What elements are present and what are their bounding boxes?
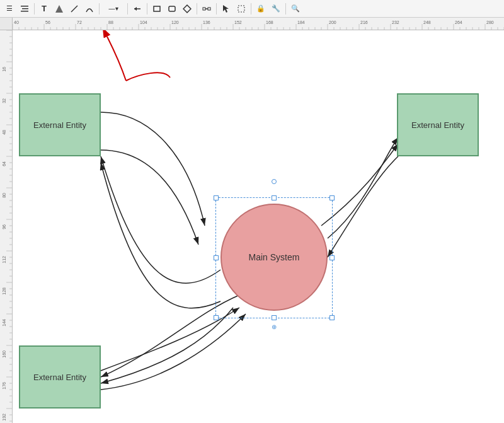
external-entity-top-left[interactable]: External Entity — [19, 93, 101, 156]
svg-text:160: 160 — [2, 351, 6, 358]
resize-anchor[interactable]: ⊕ — [272, 323, 277, 330]
red-annotation-arrow — [57, 30, 183, 87]
external-entity-top-right[interactable]: External Entity — [397, 93, 479, 156]
line-style-selector[interactable]: —▾ — [102, 2, 125, 16]
svg-text:32: 32 — [2, 98, 6, 103]
separator-7 — [251, 3, 251, 14]
svg-rect-13 — [238, 6, 244, 12]
handle-ml[interactable] — [214, 255, 219, 260]
svg-text:152: 152 — [234, 20, 242, 25]
svg-text:184: 184 — [297, 20, 305, 25]
separator-8 — [285, 3, 286, 14]
diamond-icon[interactable] — [180, 2, 194, 16]
handle-tm[interactable] — [272, 195, 277, 200]
curve-icon[interactable] — [83, 2, 96, 16]
svg-rect-7 — [169, 6, 175, 11]
search-icon[interactable]: 🔍 — [289, 2, 302, 16]
select-rect-icon[interactable] — [234, 2, 248, 16]
svg-text:200: 200 — [329, 20, 336, 25]
handle-bl[interactable] — [214, 315, 219, 320]
svg-text:136: 136 — [203, 20, 210, 25]
rotate-indicator[interactable] — [272, 179, 277, 184]
svg-rect-2 — [21, 11, 28, 12]
lock-icon[interactable]: 🔒 — [254, 2, 268, 16]
svg-text:88: 88 — [108, 20, 113, 25]
rect-rounded-icon[interactable] — [165, 2, 179, 16]
external-entity-bottom-left[interactable]: External Entity — [19, 345, 101, 409]
handle-br[interactable] — [329, 315, 335, 320]
ruler-corner — [0, 18, 13, 30]
canvas-area[interactable]: External Entity External Entity External… — [13, 30, 504, 423]
svg-marker-8 — [183, 5, 191, 13]
svg-marker-5 — [134, 7, 137, 11]
fill-icon[interactable] — [52, 2, 66, 16]
separator-5 — [197, 3, 197, 14]
svg-text:216: 216 — [360, 20, 368, 25]
svg-text:104: 104 — [140, 20, 147, 25]
toolbar: ☰ T —▾ 🔒 🔧 🔍 — [0, 0, 504, 18]
svg-rect-6 — [154, 6, 160, 11]
svg-text:264: 264 — [455, 20, 462, 25]
svg-marker-12 — [223, 5, 229, 13]
svg-text:144: 144 — [2, 319, 6, 327]
main-system-circle[interactable]: Main System — [220, 204, 328, 311]
handle-bm[interactable] — [272, 315, 277, 320]
svg-text:128: 128 — [2, 287, 6, 295]
separator-1 — [34, 3, 35, 14]
arrow-left-icon[interactable] — [130, 2, 144, 16]
svg-text:168: 168 — [266, 20, 273, 25]
svg-text:248: 248 — [423, 20, 431, 25]
handle-mr[interactable] — [329, 255, 335, 260]
svg-text:280: 280 — [486, 20, 494, 25]
separator-4 — [147, 3, 147, 14]
list-icon[interactable]: ☰ — [3, 2, 16, 16]
ruler-horizontal: 4056728810412013615216818420021623224826… — [13, 18, 504, 30]
svg-text:72: 72 — [77, 20, 82, 25]
svg-text:96: 96 — [2, 224, 6, 229]
svg-text:56: 56 — [45, 20, 50, 25]
svg-text:112: 112 — [2, 256, 6, 264]
rect-icon[interactable] — [150, 2, 164, 16]
separator-3 — [127, 3, 128, 14]
line-icon[interactable] — [67, 2, 81, 16]
svg-text:48: 48 — [2, 130, 6, 135]
svg-text:16: 16 — [2, 67, 6, 72]
connector-icon[interactable] — [200, 2, 214, 16]
ruler-vertical: 163248648096112128144160176192 — [0, 30, 13, 423]
separator-6 — [216, 3, 217, 14]
wrench-icon[interactable]: 🔧 — [269, 2, 283, 16]
pointer-icon[interactable] — [219, 2, 233, 16]
svg-text:40: 40 — [14, 20, 19, 25]
svg-text:80: 80 — [2, 193, 6, 198]
svg-rect-9 — [203, 8, 205, 10]
separator-2 — [99, 3, 100, 14]
svg-text:192: 192 — [2, 414, 6, 421]
svg-text:232: 232 — [392, 20, 399, 25]
svg-rect-10 — [208, 8, 210, 10]
text-icon[interactable]: T — [37, 2, 51, 16]
svg-text:64: 64 — [2, 161, 6, 166]
svg-text:176: 176 — [2, 382, 6, 390]
svg-line-3 — [71, 6, 77, 12]
handle-tr[interactable] — [329, 195, 335, 200]
svg-text:120: 120 — [171, 20, 179, 25]
svg-rect-1 — [22, 8, 28, 9]
handle-tl[interactable] — [214, 195, 219, 200]
svg-rect-0 — [21, 6, 28, 7]
list-indent-icon[interactable] — [18, 2, 32, 16]
